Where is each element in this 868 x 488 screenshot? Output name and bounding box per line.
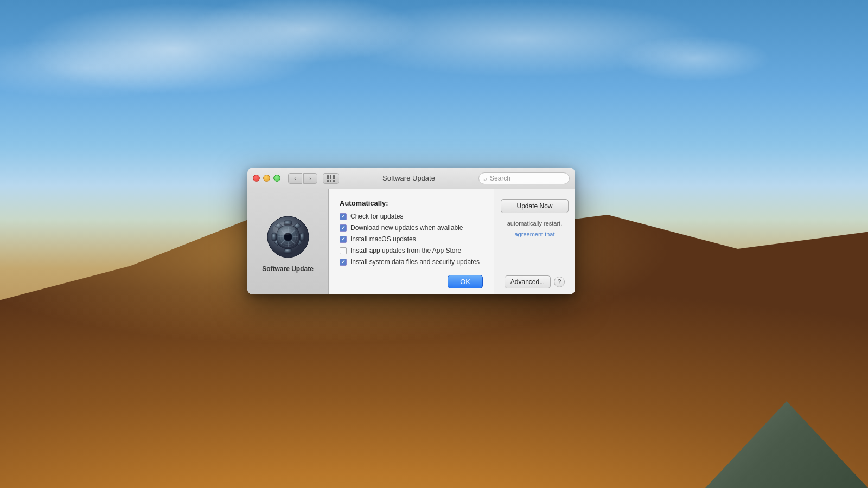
checkbox-label-0: Check for updates <box>350 213 403 220</box>
advanced-button[interactable]: Advanced... <box>505 275 551 288</box>
checkbox-label-1: Download new updates when available <box>350 224 463 232</box>
question-mark-icon: ? <box>558 278 561 286</box>
back-icon: ‹ <box>294 175 296 182</box>
forward-icon: › <box>309 175 311 182</box>
maximize-button[interactable] <box>273 175 280 182</box>
forward-button[interactable]: › <box>303 173 317 184</box>
checkbox-label-2: Install macOS updates <box>350 235 416 243</box>
agreement-link[interactable]: agreement that <box>515 231 555 237</box>
back-button[interactable]: ‹ <box>288 173 302 184</box>
close-button[interactable] <box>253 175 260 182</box>
update-now-button[interactable]: Update Now <box>501 199 569 213</box>
traffic-lights <box>253 175 280 182</box>
ok-row: OK <box>340 275 483 288</box>
checkmark-icon: ✓ <box>341 237 346 242</box>
checkbox-label-3: Install app updates from the App Store <box>350 247 461 254</box>
titlebar: ‹ › Software Update ⌕ Search <box>247 168 575 189</box>
search-box[interactable]: ⌕ Search <box>478 172 570 184</box>
checkbox-row-2: ✓ Install macOS updates <box>340 235 483 243</box>
sidebar: Software Update <box>247 189 329 294</box>
help-button[interactable]: ? <box>554 277 565 287</box>
window-body: Software Update Automatically: ✓ Check f… <box>247 189 575 294</box>
svg-point-14 <box>273 222 295 235</box>
main-content-panel: Automatically: ✓ Check for updates ✓ Dow… <box>329 189 494 294</box>
auto-restart-text: automatically restart. <box>507 220 562 228</box>
checkmark-icon: ✓ <box>341 226 346 230</box>
checkbox-download-updates[interactable]: ✓ <box>340 224 347 232</box>
checkbox-row-4: ✓ Install system data files and security… <box>340 258 483 266</box>
automatically-label: Automatically: <box>340 199 483 207</box>
checkbox-row-1: ✓ Download new updates when available <box>340 224 483 232</box>
checkbox-install-app-updates[interactable] <box>340 247 347 254</box>
right-panel: Update Now automatically restart. agreem… <box>494 189 575 294</box>
checkbox-install-system-data[interactable]: ✓ <box>340 259 347 266</box>
window-title: Software Update <box>343 174 474 182</box>
sidebar-app-label: Software Update <box>262 265 314 273</box>
checkbox-install-macos[interactable]: ✓ <box>340 236 347 243</box>
minimize-button[interactable] <box>263 175 270 182</box>
nav-buttons: ‹ › <box>288 173 317 184</box>
grid-view-button[interactable] <box>323 173 339 184</box>
search-icon: ⌕ <box>483 175 487 182</box>
checkbox-row-0: ✓ Check for updates <box>340 213 483 220</box>
checkmark-icon: ✓ <box>341 260 346 265</box>
software-update-icon <box>266 215 310 259</box>
checkmark-icon: ✓ <box>341 214 346 219</box>
bottom-controls: Advanced... ? <box>505 275 565 288</box>
software-update-window: ‹ › Software Update ⌕ Search <box>247 168 575 294</box>
ok-button[interactable]: OK <box>448 275 483 288</box>
checkbox-check-for-updates[interactable]: ✓ <box>340 213 347 220</box>
checkbox-row-3: Install app updates from the App Store <box>340 247 483 254</box>
grid-icon <box>327 175 335 182</box>
search-placeholder-text: Search <box>490 175 510 182</box>
cloud-layer <box>0 0 868 195</box>
checkbox-label-4: Install system data files and security u… <box>350 258 480 266</box>
